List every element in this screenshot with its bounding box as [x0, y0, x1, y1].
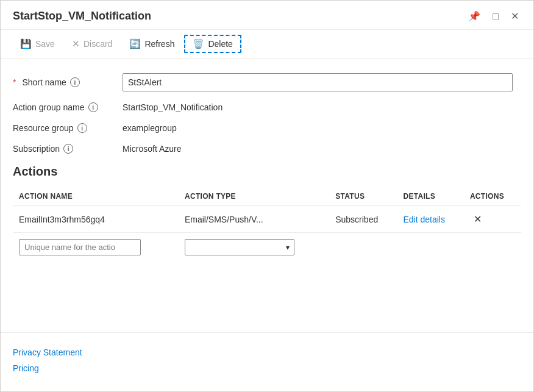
- privacy-statement-link[interactable]: Privacy Statement: [13, 347, 521, 357]
- maximize-icon: □: [493, 11, 499, 21]
- actions-table: ACTION NAME ACTION TYPE STATUS DETAILS A…: [13, 187, 521, 262]
- action-group-name-label-group: Action group name i: [13, 102, 123, 112]
- action-group-name-row: Action group name i StartStop_VM_Notific…: [13, 102, 521, 112]
- actions-section-title: Actions: [13, 165, 521, 179]
- delete-button[interactable]: 🗑️ Delete: [184, 35, 241, 53]
- delete-icon: 🗑️: [193, 38, 204, 49]
- new-action-details-cell: [397, 233, 464, 262]
- cell-details: Edit details: [397, 206, 464, 233]
- refresh-icon: 🔄: [129, 38, 141, 49]
- close-icon: ✕: [511, 11, 519, 21]
- new-action-type-select[interactable]: Email/SMS/Push/Voice Webhook Logic App A…: [185, 239, 294, 255]
- col-status: STATUS: [329, 187, 397, 206]
- discard-label: Discard: [84, 39, 112, 49]
- action-group-name-info-icon[interactable]: i: [88, 102, 98, 112]
- action-type-select-wrapper: Email/SMS/Push/Voice Webhook Logic App A…: [185, 239, 294, 255]
- cell-action-name: EmailInt3m3rhm56gq4: [13, 206, 179, 233]
- title-bar-icons: 📌 □ ✕: [466, 9, 521, 23]
- action-group-panel: StartStop_VM_Notification 📌 □ ✕ 💾 Save ✕…: [0, 0, 534, 392]
- short-name-row: * Short name i: [13, 73, 521, 91]
- footer-divider: [1, 332, 533, 333]
- actions-table-header: ACTION NAME ACTION TYPE STATUS DETAILS A…: [13, 187, 521, 206]
- discard-button[interactable]: ✕ Discard: [65, 35, 119, 53]
- delete-label: Delete: [208, 39, 232, 49]
- subscription-label-group: Subscription i: [13, 144, 123, 154]
- subscription-row: Subscription i Microsoft Azure: [13, 144, 521, 154]
- title-bar: StartStop_VM_Notification 📌 □ ✕: [1, 1, 533, 30]
- maximize-button[interactable]: □: [490, 10, 501, 23]
- resource-group-row: Resource group i examplegroup: [13, 123, 521, 133]
- actions-table-body: EmailInt3m3rhm56gq4 Email/SMS/Push/V... …: [13, 206, 521, 262]
- save-button[interactable]: 💾 Save: [13, 35, 62, 53]
- col-actions: ACTIONS: [464, 187, 521, 206]
- close-button[interactable]: ✕: [508, 9, 521, 23]
- cell-action-type: Email/SMS/Push/V...: [179, 206, 329, 233]
- resource-group-label-group: Resource group i: [13, 123, 123, 133]
- footer-links: Privacy Statement Pricing: [1, 338, 533, 391]
- col-action-name: ACTION NAME: [13, 187, 179, 206]
- resource-group-info-icon[interactable]: i: [77, 123, 87, 133]
- save-label: Save: [35, 39, 55, 49]
- new-action-row: Email/SMS/Push/Voice Webhook Logic App A…: [13, 233, 521, 262]
- edit-details-link[interactable]: Edit details: [404, 215, 445, 224]
- pin-button[interactable]: 📌: [466, 9, 483, 23]
- cell-actions: ✕: [464, 206, 521, 233]
- refresh-label: Refresh: [144, 39, 174, 49]
- short-name-input[interactable]: [123, 73, 513, 91]
- new-action-name-input[interactable]: [19, 239, 141, 255]
- save-icon: 💾: [20, 38, 32, 49]
- short-name-label: Short name: [22, 77, 66, 87]
- action-group-name-value: StartStop_VM_Notification: [123, 102, 222, 112]
- content-area: * Short name i Action group name i Start…: [1, 59, 533, 332]
- col-action-type: ACTION TYPE: [179, 187, 329, 206]
- short-name-info-icon[interactable]: i: [70, 77, 80, 87]
- cell-status: Subscribed: [329, 206, 397, 233]
- refresh-button[interactable]: 🔄 Refresh: [122, 35, 182, 53]
- new-action-status-cell: [329, 233, 397, 262]
- toolbar: 💾 Save ✕ Discard 🔄 Refresh 🗑️ Delete: [1, 30, 533, 59]
- new-action-type-cell: Email/SMS/Push/Voice Webhook Logic App A…: [179, 233, 329, 262]
- resource-group-value: examplegroup: [123, 123, 177, 133]
- subscription-info-icon[interactable]: i: [63, 144, 73, 154]
- discard-icon: ✕: [72, 38, 80, 49]
- resource-group-label: Resource group: [13, 123, 74, 133]
- short-name-label-group: * Short name i: [13, 77, 123, 87]
- new-action-remove-cell: [464, 233, 521, 262]
- table-row: EmailInt3m3rhm56gq4 Email/SMS/Push/V... …: [13, 206, 521, 233]
- required-star: *: [13, 77, 16, 87]
- subscription-label: Subscription: [13, 144, 60, 154]
- col-details: DETAILS: [397, 187, 464, 206]
- remove-action-button[interactable]: ✕: [470, 212, 485, 226]
- action-group-name-label: Action group name: [13, 102, 85, 112]
- panel-title: StartStop_VM_Notification: [13, 10, 151, 23]
- actions-table-header-row: ACTION NAME ACTION TYPE STATUS DETAILS A…: [13, 187, 521, 206]
- subscription-value: Microsoft Azure: [123, 144, 181, 154]
- pricing-link[interactable]: Pricing: [13, 363, 521, 373]
- new-action-name-cell: [13, 233, 179, 262]
- pin-icon: 📌: [468, 11, 480, 21]
